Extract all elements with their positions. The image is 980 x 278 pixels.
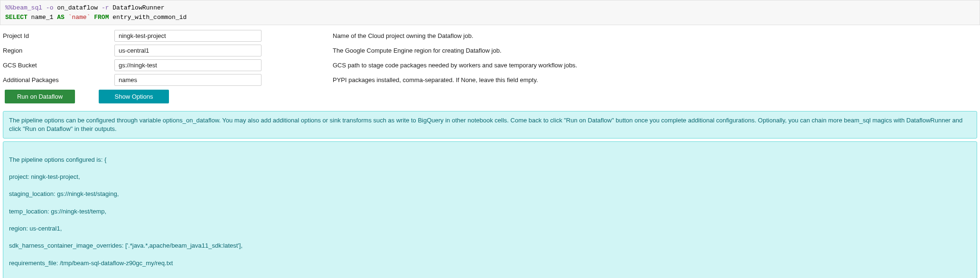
input-region[interactable] [114,45,261,56]
form-area: Project Id Name of the Cloud project own… [0,25,980,108]
options-line-0: project: ningk-test-project, [9,173,971,181]
sql-from: FROM [94,14,109,21]
row-gcs-bucket: GCS Bucket GCS path to stage code packag… [3,59,977,71]
sql-col: name_1 [28,14,57,21]
desc-project-id: Name of the Cloud project owning the Dat… [333,32,473,39]
sql-select: SELECT [5,14,28,21]
options-line-2: temp_location: gs://ningk-test/temp, [9,207,971,216]
options-line-1: staging_location: gs://ningk-test/stagin… [9,190,971,198]
sql-as: AS [57,14,65,21]
run-on-dataflow-button[interactable]: Run on Dataflow [5,90,75,103]
button-row: Run on Dataflow Show Options [3,90,977,103]
row-region: Region The Google Compute Engine region … [3,45,977,56]
label-gcs-bucket: GCS Bucket [3,62,114,69]
magic-command: %%beam_sql [5,4,42,11]
flag-r: -r [102,4,109,11]
input-packages[interactable] [114,74,261,86]
sql-table: entry_with_common_id [109,14,187,21]
options-header: The pipeline options configured is: { [9,156,971,164]
options-line-4: sdk_harness_container_image_overrides: [… [9,241,971,250]
desc-region: The Google Compute Engine region for cre… [333,47,502,54]
arg-r: DataflowRunner [112,4,164,11]
label-region: Region [3,47,114,54]
options-footer: }. [9,276,971,278]
label-project-id: Project Id [3,32,114,39]
configure-hint-box: The pipeline options can be configured t… [3,111,977,139]
options-line-5: requirements_file: /tmp/beam-sql-dataflo… [9,259,971,268]
desc-gcs-bucket: GCS path to stage code packages needed b… [333,62,577,69]
desc-packages: PYPI packages installed, comma-separated… [333,76,538,83]
show-options-button[interactable]: Show Options [99,90,169,103]
input-project-id[interactable] [114,30,261,42]
options-configured-box: The pipeline options configured is: { pr… [3,141,977,278]
code-cell: %%beam_sql -o on_dataflow -r DataflowRun… [0,0,980,25]
label-packages: Additional Packages [3,76,114,83]
flag-o: -o [46,4,54,11]
input-gcs-bucket[interactable] [114,59,261,71]
sql-alias: `name` [65,14,94,21]
row-project-id: Project Id Name of the Cloud project own… [3,30,977,42]
arg-o: on_dataflow [57,4,98,11]
options-line-3: region: us-central1, [9,224,971,233]
row-packages: Additional Packages PYPI packages instal… [3,74,977,86]
